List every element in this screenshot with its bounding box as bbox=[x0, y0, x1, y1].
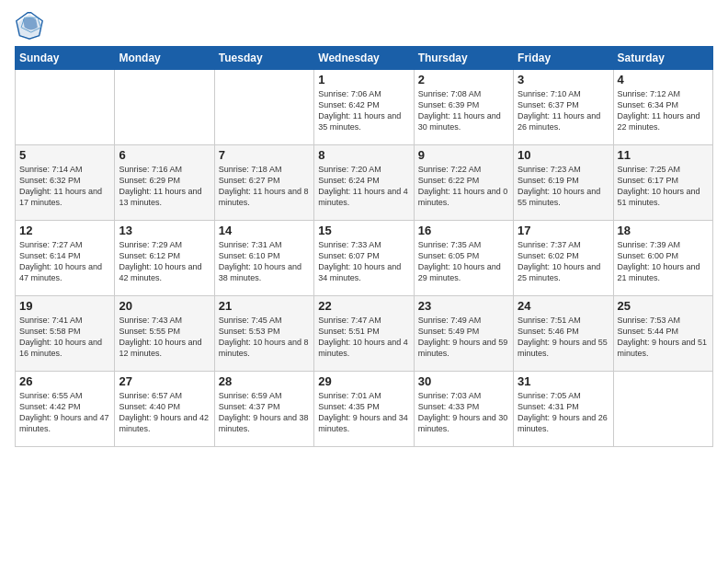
day-info: Sunrise: 7:23 AMSunset: 6:19 PMDaylight:… bbox=[518, 165, 600, 207]
day-info: Sunrise: 7:27 AMSunset: 6:14 PMDaylight:… bbox=[19, 240, 102, 282]
day-info: Sunrise: 7:43 AMSunset: 5:55 PMDaylight:… bbox=[119, 316, 201, 358]
calendar-cell: 22Sunrise: 7:47 AMSunset: 5:51 PMDayligh… bbox=[314, 296, 414, 372]
day-number: 20 bbox=[119, 299, 210, 313]
day-info: Sunrise: 7:12 AMSunset: 6:34 PMDaylight:… bbox=[618, 89, 700, 132]
calendar-cell: 30Sunrise: 7:03 AMSunset: 4:33 PMDayligh… bbox=[414, 372, 513, 447]
calendar-cell: 17Sunrise: 7:37 AMSunset: 6:02 PMDayligh… bbox=[514, 221, 613, 296]
day-number: 15 bbox=[318, 224, 409, 237]
calendar-cell: 4Sunrise: 7:12 AMSunset: 6:34 PMDaylight… bbox=[613, 70, 712, 145]
calendar-cell: 20Sunrise: 7:43 AMSunset: 5:55 PMDayligh… bbox=[115, 296, 214, 372]
day-number: 4 bbox=[618, 73, 709, 86]
day-info: Sunrise: 7:41 AMSunset: 5:58 PMDaylight:… bbox=[19, 316, 102, 358]
day-info: Sunrise: 7:14 AMSunset: 6:32 PMDaylight:… bbox=[19, 165, 102, 207]
day-number: 31 bbox=[518, 374, 609, 388]
calendar-table: SundayMondayTuesdayWednesdayThursdayFrid… bbox=[15, 46, 713, 447]
day-info: Sunrise: 7:16 AMSunset: 6:29 PMDaylight:… bbox=[119, 165, 201, 207]
calendar-cell bbox=[613, 372, 712, 447]
day-info: Sunrise: 7:45 AMSunset: 5:53 PMDaylight:… bbox=[219, 316, 309, 358]
day-info: Sunrise: 7:47 AMSunset: 5:51 PMDaylight:… bbox=[318, 316, 408, 358]
day-info: Sunrise: 7:35 AMSunset: 6:05 PMDaylight:… bbox=[418, 240, 501, 282]
day-number: 19 bbox=[19, 299, 110, 313]
logo bbox=[15, 11, 48, 40]
calendar-cell: 13Sunrise: 7:29 AMSunset: 6:12 PMDayligh… bbox=[115, 221, 214, 296]
day-number: 26 bbox=[19, 374, 110, 388]
page: SundayMondayTuesdayWednesdayThursdayFrid… bbox=[0, 0, 728, 563]
calendar-cell: 25Sunrise: 7:53 AMSunset: 5:44 PMDayligh… bbox=[613, 296, 712, 372]
day-info: Sunrise: 7:10 AMSunset: 6:37 PMDaylight:… bbox=[518, 89, 600, 132]
weekday-header-tuesday: Tuesday bbox=[214, 47, 313, 70]
day-number: 18 bbox=[618, 224, 709, 237]
day-info: Sunrise: 7:06 AMSunset: 6:42 PMDaylight:… bbox=[318, 89, 401, 132]
day-info: Sunrise: 7:31 AMSunset: 6:10 PMDaylight:… bbox=[219, 240, 301, 282]
calendar-cell bbox=[214, 70, 313, 145]
weekday-header-wednesday: Wednesday bbox=[314, 47, 414, 70]
calendar-cell: 5Sunrise: 7:14 AMSunset: 6:32 PMDaylight… bbox=[16, 145, 115, 221]
calendar-cell: 18Sunrise: 7:39 AMSunset: 6:00 PMDayligh… bbox=[613, 221, 712, 296]
calendar-cell: 10Sunrise: 7:23 AMSunset: 6:19 PMDayligh… bbox=[514, 145, 613, 221]
calendar-cell: 21Sunrise: 7:45 AMSunset: 5:53 PMDayligh… bbox=[214, 296, 313, 372]
day-number: 28 bbox=[219, 374, 310, 388]
calendar-cell: 12Sunrise: 7:27 AMSunset: 6:14 PMDayligh… bbox=[16, 221, 115, 296]
day-info: Sunrise: 7:05 AMSunset: 4:31 PMDaylight:… bbox=[518, 391, 608, 433]
day-number: 11 bbox=[618, 148, 709, 162]
calendar-cell: 3Sunrise: 7:10 AMSunset: 6:37 PMDaylight… bbox=[514, 70, 613, 145]
weekday-header-friday: Friday bbox=[514, 47, 613, 70]
day-number: 16 bbox=[418, 224, 509, 237]
day-info: Sunrise: 7:08 AMSunset: 6:39 PMDaylight:… bbox=[418, 89, 501, 132]
day-info: Sunrise: 7:49 AMSunset: 5:49 PMDaylight:… bbox=[418, 316, 508, 358]
day-number: 24 bbox=[518, 299, 609, 313]
calendar-cell: 15Sunrise: 7:33 AMSunset: 6:07 PMDayligh… bbox=[314, 221, 414, 296]
calendar-week-3: 12Sunrise: 7:27 AMSunset: 6:14 PMDayligh… bbox=[16, 221, 713, 296]
day-number: 30 bbox=[418, 374, 509, 388]
day-info: Sunrise: 7:01 AMSunset: 4:35 PMDaylight:… bbox=[318, 391, 408, 433]
day-number: 7 bbox=[219, 148, 310, 162]
calendar-week-5: 26Sunrise: 6:55 AMSunset: 4:42 PMDayligh… bbox=[16, 372, 713, 447]
day-number: 29 bbox=[318, 374, 409, 388]
day-info: Sunrise: 7:22 AMSunset: 6:22 PMDaylight:… bbox=[418, 165, 508, 207]
calendar-cell: 23Sunrise: 7:49 AMSunset: 5:49 PMDayligh… bbox=[414, 296, 513, 372]
day-info: Sunrise: 6:57 AMSunset: 4:40 PMDaylight:… bbox=[119, 391, 209, 433]
day-info: Sunrise: 7:20 AMSunset: 6:24 PMDaylight:… bbox=[318, 165, 408, 207]
day-number: 3 bbox=[518, 73, 609, 86]
calendar-cell: 8Sunrise: 7:20 AMSunset: 6:24 PMDaylight… bbox=[314, 145, 414, 221]
day-info: Sunrise: 7:39 AMSunset: 6:00 PMDaylight:… bbox=[618, 240, 700, 282]
calendar-cell: 19Sunrise: 7:41 AMSunset: 5:58 PMDayligh… bbox=[16, 296, 115, 372]
day-info: Sunrise: 6:55 AMSunset: 4:42 PMDaylight:… bbox=[19, 391, 109, 433]
day-number: 10 bbox=[518, 148, 609, 162]
day-number: 9 bbox=[418, 148, 509, 162]
day-info: Sunrise: 7:37 AMSunset: 6:02 PMDaylight:… bbox=[518, 240, 600, 282]
calendar-cell: 24Sunrise: 7:51 AMSunset: 5:46 PMDayligh… bbox=[514, 296, 613, 372]
calendar-cell: 29Sunrise: 7:01 AMSunset: 4:35 PMDayligh… bbox=[314, 372, 414, 447]
day-info: Sunrise: 7:29 AMSunset: 6:12 PMDaylight:… bbox=[119, 240, 201, 282]
calendar-cell: 26Sunrise: 6:55 AMSunset: 4:42 PMDayligh… bbox=[16, 372, 115, 447]
day-number: 21 bbox=[219, 299, 310, 313]
calendar-cell: 1Sunrise: 7:06 AMSunset: 6:42 PMDaylight… bbox=[314, 70, 414, 145]
calendar-cell: 28Sunrise: 6:59 AMSunset: 4:37 PMDayligh… bbox=[214, 372, 313, 447]
calendar-week-4: 19Sunrise: 7:41 AMSunset: 5:58 PMDayligh… bbox=[16, 296, 713, 372]
weekday-header-monday: Monday bbox=[115, 47, 214, 70]
day-info: Sunrise: 7:51 AMSunset: 5:46 PMDaylight:… bbox=[518, 316, 608, 358]
calendar-cell: 14Sunrise: 7:31 AMSunset: 6:10 PMDayligh… bbox=[214, 221, 313, 296]
calendar-cell: 16Sunrise: 7:35 AMSunset: 6:05 PMDayligh… bbox=[414, 221, 513, 296]
weekday-header-saturday: Saturday bbox=[613, 47, 712, 70]
calendar-cell: 11Sunrise: 7:25 AMSunset: 6:17 PMDayligh… bbox=[613, 145, 712, 221]
logo-icon bbox=[15, 11, 44, 40]
calendar-week-2: 5Sunrise: 7:14 AMSunset: 6:32 PMDaylight… bbox=[16, 145, 713, 221]
day-info: Sunrise: 7:25 AMSunset: 6:17 PMDaylight:… bbox=[618, 165, 700, 207]
calendar-cell: 2Sunrise: 7:08 AMSunset: 6:39 PMDaylight… bbox=[414, 70, 513, 145]
day-number: 8 bbox=[318, 148, 409, 162]
day-number: 13 bbox=[119, 224, 210, 237]
calendar-cell bbox=[115, 70, 214, 145]
day-number: 17 bbox=[518, 224, 609, 237]
calendar-cell: 27Sunrise: 6:57 AMSunset: 4:40 PMDayligh… bbox=[115, 372, 214, 447]
weekday-header-thursday: Thursday bbox=[414, 47, 513, 70]
day-number: 5 bbox=[19, 148, 110, 162]
calendar-cell bbox=[16, 70, 115, 145]
day-number: 2 bbox=[418, 73, 509, 86]
calendar-cell: 9Sunrise: 7:22 AMSunset: 6:22 PMDaylight… bbox=[414, 145, 513, 221]
calendar-cell: 6Sunrise: 7:16 AMSunset: 6:29 PMDaylight… bbox=[115, 145, 214, 221]
calendar-cell: 31Sunrise: 7:05 AMSunset: 4:31 PMDayligh… bbox=[514, 372, 613, 447]
header bbox=[15, 11, 713, 40]
day-info: Sunrise: 7:03 AMSunset: 4:33 PMDaylight:… bbox=[418, 391, 508, 433]
day-info: Sunrise: 7:33 AMSunset: 6:07 PMDaylight:… bbox=[318, 240, 401, 282]
